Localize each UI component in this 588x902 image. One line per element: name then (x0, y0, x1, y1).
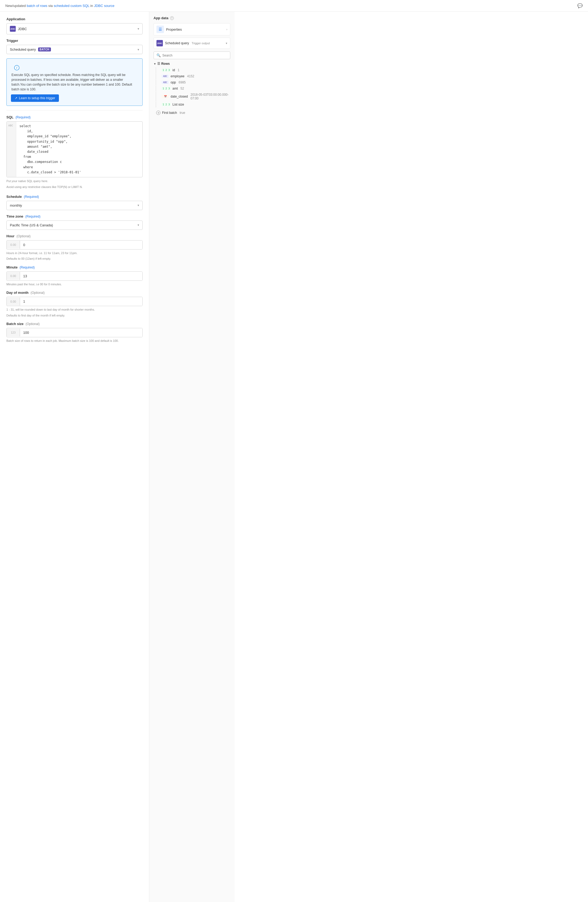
properties-icon: ☰ (156, 26, 164, 33)
data-field-row[interactable]: 1 2 3 List size (156, 102, 230, 108)
info-icon: i (14, 65, 19, 70)
sql-hint-1: Put your native SQL query here. (6, 179, 142, 183)
properties-row[interactable]: ☰ Properties › (153, 23, 230, 36)
data-type-badge: 1 2 3 (161, 69, 171, 72)
hour-prefix: 0.00 (7, 241, 20, 249)
app-data-header: App data ? (153, 16, 230, 20)
data-fields-container: 1 2 3 id 1 ABC employee 4152 ABC opp 698… (153, 67, 230, 108)
description-mid: via (47, 4, 54, 8)
first-batch-value: true (180, 111, 185, 115)
batch-badge: BATCH (38, 47, 51, 52)
info-box: i Execute SQL query on specified schedul… (6, 58, 142, 106)
link-batch-of-rows[interactable]: batch of rows (27, 4, 47, 8)
minute-input[interactable] (20, 272, 142, 280)
batch-size-section: Batch size (Optional) 123 Batch size of … (6, 322, 142, 343)
gear-icon: ⚙ (156, 111, 161, 115)
first-batch-label: First batch (162, 111, 177, 115)
collapse-arrow-icon: ▼ (153, 63, 156, 65)
data-field-row[interactable]: ABC opp 6985 (156, 80, 230, 85)
schedule-label: Schedule (Required) (6, 195, 142, 199)
minute-label: Minute (Required) (6, 265, 142, 269)
timezone-value: Pacific Time (US & Canada) (10, 223, 53, 227)
schedule-required: (Required) (24, 195, 39, 199)
properties-arrow-icon: › (226, 28, 227, 31)
day-of-month-section: Day of month (Optional) 0.00 1 - 31, wil… (6, 291, 142, 318)
timezone-chevron-icon: ▾ (138, 223, 139, 227)
hour-hint-2: Defaults to 00 (12am) if left empty. (6, 257, 142, 261)
day-of-month-hint-2: Defaults to first day of the month if le… (6, 313, 142, 318)
application-value-wrap: JDBC JDBC (10, 26, 138, 32)
sql-editor[interactable]: ABC select id, employee_id "employee", o… (6, 121, 142, 177)
link-scheduled-custom-sql[interactable]: scheduled custom SQL (53, 4, 89, 8)
hour-section: Hour (Optional) 0.00 Hours in 24-hour fo… (6, 234, 142, 261)
data-type-badge: ABC (161, 75, 169, 78)
search-input[interactable] (162, 53, 227, 57)
app-data-label: App data (153, 16, 169, 20)
data-field-name: date_closed (170, 95, 188, 99)
sql-code[interactable]: select id, employee_id "employee", oppor… (16, 122, 142, 177)
sql-line-label: ABC (7, 122, 16, 177)
day-of-month-optional: (Optional) (31, 291, 45, 294)
data-type-badge: 📅 (161, 95, 169, 98)
properties-label: Properties (166, 27, 182, 31)
data-field-value: 6985 (178, 80, 186, 84)
sql-section: SQL (Required) ABC select id, employee_i… (6, 115, 142, 189)
link-jdbc-source[interactable]: JDBC source (94, 4, 115, 8)
trigger-select[interactable]: Scheduled query BATCH ▾ (6, 45, 142, 54)
minute-required: (Required) (20, 266, 35, 269)
data-field-row[interactable]: 1 2 3 amt 52 (156, 86, 230, 91)
schedule-value: monthly (10, 204, 22, 207)
first-batch-row[interactable]: ⚙ First batch true (153, 109, 230, 116)
application-label: Application (6, 17, 142, 21)
trigger-value: Scheduled query (10, 47, 36, 52)
data-field-name: List size (172, 103, 184, 106)
day-of-month-input-wrap: 0.00 (6, 297, 142, 306)
batch-size-input[interactable] (20, 328, 142, 337)
info-text: Execute SQL query on specified schedule.… (11, 72, 138, 92)
trigger-chevron-icon: ▾ (138, 48, 139, 52)
hour-optional: (Optional) (17, 234, 31, 238)
sql-label: SQL (Required) (6, 115, 142, 119)
hour-hint-1: Hours in 24-hour format, i.e. 11 for 11a… (6, 251, 142, 255)
jdbc-app-icon: JDBC (10, 26, 16, 32)
hour-input-wrap: 0.00 (6, 240, 142, 249)
external-link-icon: ↗ (15, 96, 17, 100)
batch-size-label: Batch size (Optional) (6, 322, 142, 326)
trigger-label: Trigger (6, 39, 142, 43)
timezone-select[interactable]: Pacific Time (US & Canada) ▾ (6, 221, 142, 230)
minute-input-wrap: 0.00 (6, 271, 142, 281)
jdbc-badge: JDBC (156, 40, 163, 46)
data-field-row[interactable]: ABC employee 4152 (156, 73, 230, 79)
timezone-label: Time zone (Required) (6, 215, 142, 218)
hour-input[interactable] (20, 241, 142, 249)
data-field-value: 52 (180, 87, 184, 90)
schedule-section: Schedule (Required) monthly ▾ (6, 195, 142, 210)
application-select[interactable]: JDBC JDBC ▾ (6, 23, 142, 34)
comment-icon[interactable]: 💬 (577, 3, 583, 8)
timezone-section: Time zone (Required) Pacific Time (US & … (6, 215, 142, 230)
schedule-chevron-icon: ▾ (138, 204, 139, 207)
rows-icon: ☰ (157, 62, 160, 66)
minute-section: Minute (Required) 0.00 Minutes past the … (6, 265, 142, 287)
help-icon[interactable]: ? (170, 16, 174, 20)
data-field-name: id (172, 68, 175, 72)
batch-size-input-wrap: 123 (6, 328, 142, 337)
schedule-select[interactable]: monthly ▾ (6, 201, 142, 210)
main-layout: Application JDBC JDBC ▾ Trigger Schedule… (0, 12, 588, 902)
search-icon: 🔍 (156, 53, 161, 57)
scheduled-query-row[interactable]: JDBC Scheduled query Trigger output ▾ (153, 38, 230, 49)
learn-setup-button[interactable]: ↗ Learn to setup this trigger (11, 94, 59, 102)
data-field-row[interactable]: 📅 date_closed 2018-05-03T03:00:00.000-07… (156, 92, 230, 101)
timezone-required: (Required) (25, 215, 41, 218)
day-of-month-prefix: 0.00 (7, 298, 20, 305)
data-field-value: 1 (178, 68, 179, 72)
data-field-name: employee (170, 74, 185, 78)
search-box-wrap: 🔍 (153, 52, 230, 59)
rows-header[interactable]: ▼ ☰ Rows (153, 62, 230, 66)
sql-required: (Required) (16, 116, 31, 119)
data-type-badge: ABC (161, 81, 169, 84)
data-type-badge: 1 2 3 (161, 103, 171, 106)
day-of-month-input[interactable] (20, 297, 142, 306)
data-field-name: opp (170, 80, 176, 84)
data-field-row[interactable]: 1 2 3 id 1 (156, 67, 230, 73)
